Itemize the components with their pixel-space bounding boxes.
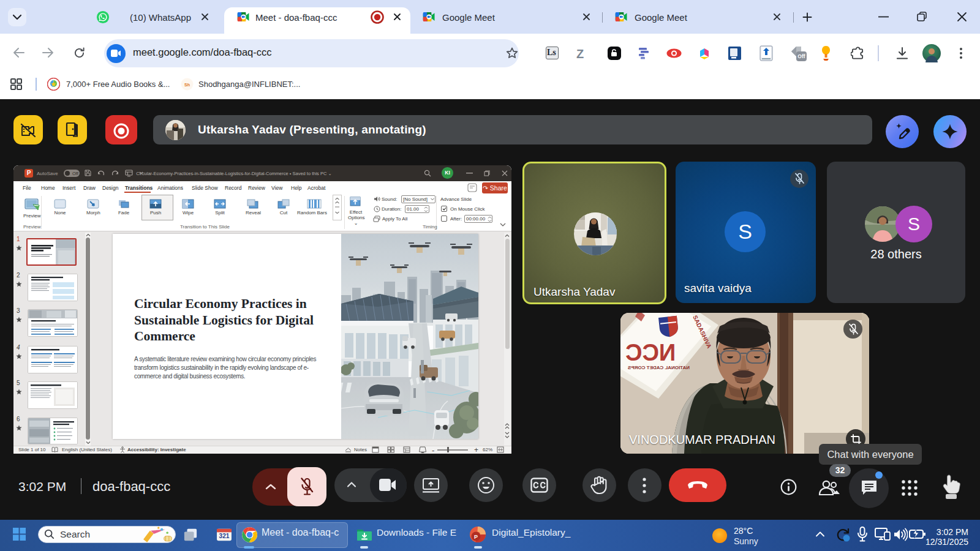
svg-text:Off: Off <box>797 53 805 59</box>
svg-text:Sh: Sh <box>184 83 190 87</box>
svg-text:NATIONAL CADET CORPS: NATIONAL CADET CORPS <box>627 365 690 370</box>
svg-text:NCC: NCC <box>625 340 676 365</box>
svg-text:321: 321 <box>219 533 230 539</box>
svg-text:P: P <box>474 534 478 540</box>
